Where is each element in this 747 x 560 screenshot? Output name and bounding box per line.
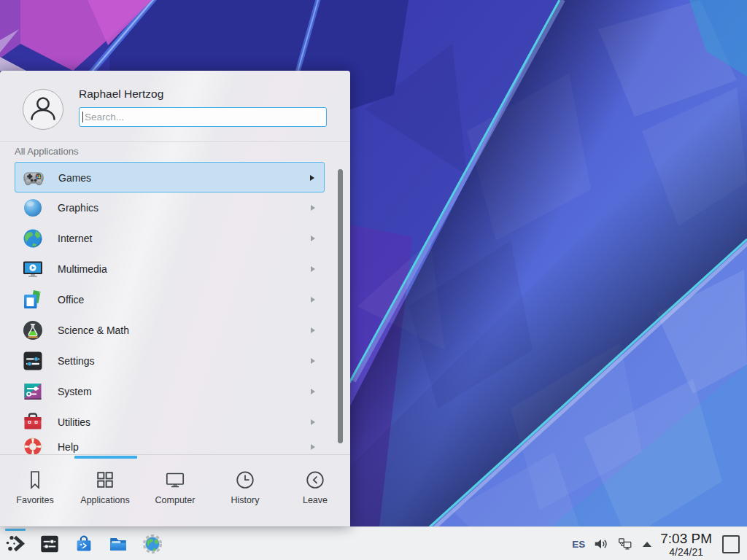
expand-tray-icon (642, 541, 652, 548)
category-label: Multimedia (58, 254, 107, 284)
category-row-office[interactable]: Office (15, 284, 325, 315)
active-task-indicator (5, 529, 26, 531)
footer-divider (0, 454, 350, 455)
submenu-arrow-icon (311, 444, 315, 450)
category-label: Science & Math (58, 315, 129, 346)
category-row-graphics[interactable]: Graphics (15, 192, 325, 223)
volume-icon (593, 536, 609, 552)
sliders-icon (39, 533, 61, 555)
science-icon (21, 319, 44, 342)
kde-launcher-icon (4, 533, 26, 555)
bookmark-icon (24, 469, 46, 491)
help-icon (21, 435, 44, 454)
tab-applications[interactable]: Applications (70, 459, 140, 526)
discover-button[interactable] (72, 527, 96, 560)
file-manager-button[interactable] (107, 527, 130, 560)
folder-icon (107, 533, 129, 555)
taskbar-apps (4, 527, 164, 560)
show-desktop-button[interactable] (722, 535, 740, 553)
games-icon (22, 166, 45, 190)
shopping-bag-icon (73, 533, 95, 555)
category-row-system[interactable]: System (15, 376, 325, 407)
submenu-arrow-icon (311, 389, 315, 394)
category-row-settings[interactable]: Settings (15, 346, 325, 376)
header-divider (0, 141, 350, 142)
submenu-arrow-icon (311, 236, 315, 241)
category-label: Office (58, 284, 84, 315)
settings-icon (21, 349, 44, 373)
text-caret (82, 112, 83, 122)
scrollbar[interactable] (338, 169, 343, 443)
tab-label: Favorites (16, 495, 53, 505)
office-icon (21, 288, 44, 311)
user-avatar[interactable] (23, 89, 63, 130)
utilities-icon (21, 411, 44, 434)
submenu-arrow-icon (311, 327, 315, 333)
category-row-internet[interactable]: Internet (15, 223, 325, 254)
category-row-science[interactable]: Science & Math (15, 315, 325, 346)
category-label: System (58, 376, 92, 407)
category-label: Graphics (58, 192, 98, 223)
submenu-arrow-icon (311, 358, 315, 364)
category-row-games[interactable]: Games (15, 162, 325, 192)
monitor-icon (164, 469, 186, 491)
footer-tab-bar: Favorites Applications (0, 459, 350, 526)
volume-button[interactable] (593, 536, 609, 552)
submenu-arrow-icon (311, 297, 315, 303)
category-label: Internet (58, 223, 92, 254)
clock-time: 7:03 PM (660, 532, 712, 545)
digital-clock[interactable]: 7:03 PM 4/24/21 (660, 532, 712, 557)
tab-label: Leave (303, 495, 328, 505)
application-launcher-menu: Raphael Hertzog All Applications (0, 71, 350, 526)
internet-icon (21, 227, 44, 250)
expand-tray-button[interactable] (642, 541, 652, 548)
tab-label: Computer (155, 495, 196, 505)
user-name: Raphael Hertzog (79, 87, 163, 101)
clock-date: 4/24/21 (669, 547, 703, 557)
tab-leave[interactable]: Leave (280, 459, 350, 526)
category-row-multimedia[interactable]: Multimedia (15, 254, 325, 284)
search-input[interactable] (79, 107, 327, 127)
system-tray: ES (572, 527, 740, 560)
submenu-arrow-icon (311, 419, 315, 425)
submenu-arrow-icon (310, 175, 314, 181)
web-browser-button[interactable] (141, 527, 164, 560)
search-box (79, 107, 327, 127)
tab-favorites[interactable]: Favorites (0, 459, 70, 526)
category-row-help[interactable]: Help (15, 432, 325, 454)
clock-icon (234, 469, 256, 491)
tab-history[interactable]: History (210, 459, 280, 526)
taskbar: ES (0, 526, 747, 560)
category-label: Help (58, 432, 79, 454)
grid-icon (94, 469, 116, 491)
tab-computer[interactable]: Computer (140, 459, 210, 526)
globe-gear-icon (142, 533, 163, 555)
tab-label: Applications (80, 495, 129, 505)
system-icon (21, 380, 44, 403)
keyboard-layout-indicator[interactable]: ES (572, 539, 585, 550)
section-label: All Applications (15, 146, 78, 157)
graphics-icon (21, 196, 44, 219)
desktop: Raphael Hertzog All Applications (0, 0, 747, 560)
category-label: Settings (58, 346, 95, 376)
tab-label: History (231, 495, 260, 505)
category-label: Games (58, 163, 91, 193)
network-button[interactable] (617, 536, 634, 553)
user-icon (23, 90, 63, 129)
network-icon (617, 536, 634, 553)
submenu-arrow-icon (311, 266, 315, 272)
application-launcher-button[interactable] (4, 527, 27, 560)
multimedia-icon (21, 257, 44, 281)
submenu-arrow-icon (311, 205, 315, 211)
system-settings-button[interactable] (38, 527, 61, 560)
leave-icon (304, 469, 326, 491)
category-list: Games Graphics (0, 162, 350, 454)
